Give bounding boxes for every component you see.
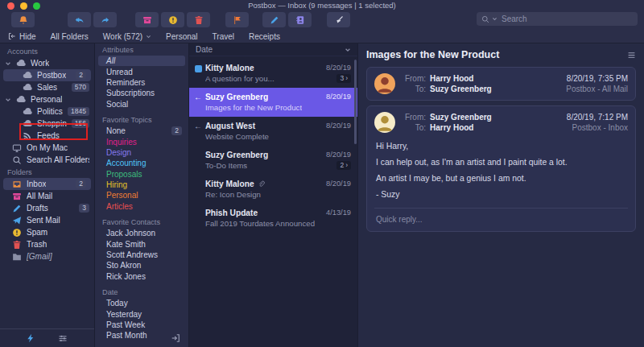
chevron-down-icon[interactable] (492, 16, 497, 22)
sidebar-item-postbox[interactable]: Postbox 2 (3, 69, 91, 81)
filter-work[interactable]: Work (572) (103, 32, 151, 41)
message-card-expanded: From:Suzy Greenberg To:Harry Hood 8/20/1… (366, 105, 636, 232)
date-yesterday[interactable]: Yesterday (95, 308, 188, 319)
topic-hiring[interactable]: Hiring (95, 180, 188, 190)
attributes-header: Attributes (95, 43, 188, 56)
search-input[interactable] (500, 14, 633, 24)
zoom-button[interactable] (33, 2, 40, 10)
notifications-button[interactable] (11, 12, 35, 27)
attribute-social[interactable]: Social (95, 99, 188, 109)
thread-count-badge[interactable]: 2› (336, 161, 351, 170)
chevron-down-icon[interactable] (5, 97, 11, 103)
reply-icon (75, 15, 85, 25)
minimize-button[interactable] (20, 2, 27, 10)
message-list: Date Kitty Malone8/20/19 A question for … (189, 43, 358, 347)
contact-sto-akron[interactable]: Sto Akron (95, 260, 188, 271)
folder-item-all-mail[interactable]: All Mail (0, 190, 94, 202)
attribute-subscriptions[interactable]: Subscriptions (95, 88, 188, 98)
message-header[interactable]: From:Harry Hood To:Suzy Greenberg 8/20/1… (374, 73, 628, 94)
message-header[interactable]: From:Suzy Greenberg To:Harry Hood 8/20/1… (374, 112, 628, 133)
scrollbar-thumb[interactable] (354, 60, 357, 144)
sort-header[interactable]: Date (189, 43, 357, 56)
sidebar-item-shopping[interactable]: Shopping 156 (0, 118, 94, 130)
bell-icon (19, 15, 28, 25)
sidebar-item-search-all-folders[interactable]: Search All Folders (0, 154, 94, 166)
archive-button[interactable] (135, 12, 159, 27)
message-row-selected[interactable]: ← Suzy Greenberg8/20/19 Images for the N… (189, 88, 357, 117)
topic-articles[interactable]: Articles (95, 201, 188, 212)
attribute-reminders[interactable]: Reminders (95, 77, 188, 88)
compose-button[interactable] (262, 12, 286, 27)
thread-expand-icon: › (345, 161, 348, 170)
contact-jack-johnson[interactable]: Jack Johnson (95, 228, 188, 238)
hide-panel-button[interactable]: Hide (8, 32, 36, 41)
spam-button[interactable] (161, 12, 184, 27)
filter-settings-button[interactable] (58, 333, 68, 343)
forward-button[interactable] (93, 12, 117, 27)
sidebar-item-work[interactable]: Work (0, 57, 94, 69)
topic-proposals[interactable]: Proposals (95, 169, 188, 180)
forward-icon (101, 15, 110, 25)
cloud-account-icon (23, 107, 32, 117)
folder-item-spam[interactable]: Spam (0, 226, 94, 238)
message-folder: Postbox - All Mail (566, 84, 628, 94)
collapse-panel-button[interactable] (171, 333, 180, 343)
filter-receipts[interactable]: Receipts (249, 32, 280, 41)
thread-count-badge[interactable]: 3› (336, 74, 351, 83)
quick-reply-field[interactable]: Quick reply... (374, 209, 628, 225)
folder-item-gmail[interactable]: [Gmail] (0, 250, 94, 262)
folder-item-trash[interactable]: Spam Trash (0, 238, 94, 250)
topic-personal[interactable]: Personal (95, 190, 188, 200)
chevron-down-icon (146, 34, 151, 39)
delete-button[interactable] (187, 12, 210, 27)
folder-item-drafts[interactable]: Drafts 3 (0, 202, 94, 214)
message-row[interactable]: Kitty Malone8/20/19 A question for you..… (189, 59, 357, 88)
trash-icon (12, 240, 22, 250)
flag-button[interactable] (225, 12, 249, 27)
message-row[interactable]: Phish Update4/13/19 Fall 2019 Tourdates … (189, 204, 357, 233)
filter-personal[interactable]: Personal (166, 32, 197, 41)
filter-all-folders[interactable]: All Folders (51, 32, 89, 41)
attribute-all[interactable]: All (98, 56, 185, 66)
date-today[interactable]: Today (95, 298, 188, 308)
topic-none[interactable]: None 2 (95, 126, 188, 136)
cloud-account-icon (23, 83, 32, 93)
folder-item-inbox[interactable]: Inbox 2 (3, 178, 91, 190)
unread-badge: 2 (76, 180, 86, 188)
inbox-icon (12, 180, 22, 189)
close-button[interactable] (7, 2, 14, 10)
chevron-down-icon[interactable] (5, 60, 11, 67)
message-row[interactable]: ← August West8/20/19 Website Complete (189, 117, 357, 146)
reply-button[interactable] (68, 12, 91, 27)
accounts-header: Accounts (0, 45, 94, 57)
contact-scott-andrews[interactable]: Scott Andrews (95, 250, 188, 260)
contacts-button[interactable] (288, 12, 312, 27)
sidebar-item-feeds[interactable]: Feeds (0, 130, 94, 142)
attribute-unread[interactable]: Unread (95, 66, 188, 76)
cloud-account-icon (16, 95, 26, 105)
contact-kate-smith[interactable]: Kate Smith (95, 238, 188, 249)
message-menu-button[interactable] (627, 51, 636, 60)
date-past-week[interactable]: Past Week (95, 320, 188, 330)
topic-indicator-icon (195, 65, 202, 72)
sidebar-item-politics[interactable]: Politics 1845 (0, 105, 94, 118)
folder-item-sent-mail[interactable]: Sent Mail (0, 214, 94, 226)
avatar (374, 112, 395, 133)
topic-inquiries[interactable]: Inquiries (95, 136, 188, 147)
message-row[interactable]: Suzy Greenberg8/20/19 To-Do Items 2› (189, 146, 357, 175)
topic-accounting[interactable]: Accounting (95, 158, 188, 168)
filter-travel[interactable]: Travel (213, 32, 234, 41)
topic-design[interactable]: Design (95, 147, 188, 158)
quick-post-button[interactable] (26, 333, 35, 343)
paper-plane-icon (12, 216, 22, 225)
sidebar-item-on-my-mac[interactable]: On My Mac (0, 142, 94, 154)
message-row[interactable]: Kitty Malone 8/20/19 Re: Icon Design (189, 175, 357, 204)
sidebar-item-personal[interactable]: Personal (0, 93, 94, 105)
sidebar-bottom-bar (0, 328, 94, 347)
sweep-button[interactable] (327, 12, 350, 27)
cloud-account-icon (16, 59, 26, 68)
conversation-title: Images for the New Product (366, 49, 627, 60)
sidebar-item-sales[interactable]: Sales 570 (0, 81, 94, 93)
search-box (477, 12, 638, 26)
contact-rick-jones[interactable]: Rick Jones (95, 271, 188, 282)
